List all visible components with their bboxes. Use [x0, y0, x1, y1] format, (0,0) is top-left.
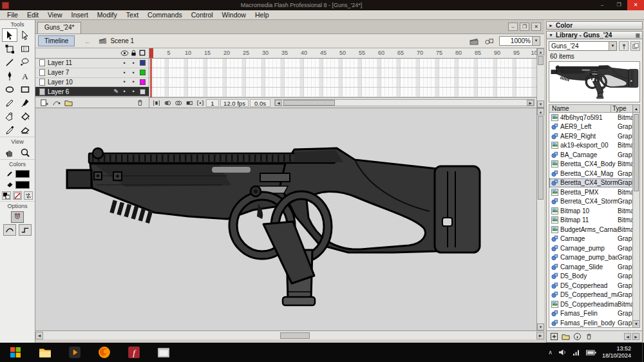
scroll-left-icon[interactable]: ◀ — [275, 100, 282, 106]
ink-bottle-tool-icon[interactable] — [2, 110, 17, 123]
layer-lock-dot[interactable]: • — [129, 70, 138, 76]
pen-tool-icon[interactable] — [2, 69, 17, 82]
scroll-right-icon[interactable]: ▶ — [527, 100, 534, 106]
close-button[interactable]: ✕ — [627, 0, 644, 10]
battery-icon[interactable] — [586, 349, 596, 356]
no-color-button[interactable] — [13, 191, 22, 200]
stage-horizontal-scrollbar[interactable]: ◀ ▶ — [35, 330, 544, 339]
add-folder-icon[interactable] — [64, 98, 73, 107]
menu-insert[interactable]: Insert — [67, 11, 93, 19]
lasso-tool-icon[interactable] — [17, 55, 33, 69]
stage-scroll-right-icon[interactable]: ▶ — [536, 332, 544, 339]
library-item-Carnage_Slide[interactable]: Carnage_SlideGraphic — [549, 262, 639, 272]
firefox-icon[interactable] — [97, 345, 112, 360]
zoom-combo[interactable]: 1000% ▼ — [499, 36, 540, 46]
new-symbol-icon[interactable] — [549, 332, 559, 341]
doc-close-button[interactable]: ✕ — [531, 23, 541, 31]
library-item-Bitmap 10[interactable]: Bitmap 10Bitmap — [549, 206, 639, 216]
library-item-D5_Copperheadimage[interactable]: D5_CopperheadimageBitmap — [549, 300, 639, 309]
add-motion-guide-icon[interactable] — [52, 98, 61, 107]
edit-symbols-icon[interactable] — [484, 36, 495, 46]
document-tab[interactable]: Guns_'24* — [37, 22, 81, 33]
back-arrow-icon[interactable]: ← — [84, 37, 91, 45]
twisty-expanded-icon[interactable]: ▼ — [549, 33, 553, 37]
edit-multiple-frames-icon[interactable] — [184, 99, 194, 108]
frame-rate-indicator[interactable]: 12.0 fps — [220, 99, 249, 107]
layer-row-layer-10[interactable]: Layer 10 • • — [35, 78, 149, 88]
delete-layer-trash-icon[interactable] — [135, 98, 145, 107]
menu-window[interactable]: Window — [218, 11, 251, 19]
library-scroll-up-icon[interactable]: ▲ — [632, 105, 639, 112]
lock-icon[interactable] — [129, 50, 138, 57]
stage-hscroll-thumb[interactable] — [280, 332, 310, 339]
stroke-color-swatch[interactable] — [15, 170, 30, 178]
layer-outline-color-swatch[interactable] — [140, 70, 146, 75]
timeline-vertical-scrollbar[interactable]: ▲ ▼ — [536, 48, 544, 108]
doc-minimize-button[interactable]: – — [508, 23, 518, 31]
straighten-option-icon[interactable] — [19, 224, 32, 236]
rectangle-tool-icon[interactable] — [17, 82, 33, 96]
layer-visibility-dot[interactable]: • — [120, 88, 129, 95]
library-item-AER9_Right[interactable]: AER9_RightGraphic — [549, 131, 639, 141]
default-colors-button[interactable] — [2, 191, 11, 200]
snap-to-objects-magnet-icon[interactable] — [11, 211, 24, 223]
menu-file[interactable]: File — [3, 11, 23, 19]
smooth-option-icon[interactable] — [3, 224, 16, 236]
zoom-dropdown-icon[interactable]: ▼ — [532, 37, 540, 45]
menu-modify[interactable]: Modify — [93, 11, 122, 19]
library-item-D5_Copperhead[interactable]: D5_CopperheadGraphic — [549, 281, 639, 291]
library-item-Carnage_pump[interactable]: Carnage_pumpGraphic — [549, 243, 639, 253]
library-scroll-down-icon[interactable]: ▼ — [633, 320, 639, 327]
library-document-select[interactable]: Guns_'24 ▼ — [549, 41, 617, 51]
item-properties-icon[interactable] — [573, 332, 582, 341]
library-scroll-left-icon[interactable]: ◀ — [624, 333, 631, 340]
library-vscroll-thumb[interactable] — [634, 114, 639, 191]
name-column-header[interactable]: Name — [549, 105, 611, 112]
menu-view[interactable]: View — [43, 11, 67, 19]
brush-tool-icon[interactable] — [17, 96, 33, 110]
library-item-Beretta_CX4_Body[interactable]: Beretta_CX4_BodyBitmap — [549, 160, 639, 169]
type-column-header[interactable]: Type — [611, 105, 632, 112]
delete-item-trash-icon[interactable] — [584, 332, 594, 341]
timeline-vscroll-thumb[interactable] — [538, 56, 544, 65]
onion-skin-outlines-icon[interactable] — [173, 99, 183, 108]
library-item-AER9_Left[interactable]: AER9_LeftGraphic — [549, 122, 639, 132]
layer-outline-color-swatch[interactable] — [140, 89, 146, 95]
subselection-tool-icon[interactable] — [17, 28, 33, 42]
add-layer-icon[interactable] — [39, 98, 49, 107]
layer-lock-dot[interactable]: • — [129, 88, 138, 95]
network-icon[interactable] — [573, 348, 580, 356]
menu-control[interactable]: Control — [187, 11, 218, 19]
volume-icon[interactable] — [558, 348, 567, 356]
layer-lock-dot[interactable]: • — [129, 60, 138, 66]
new-library-window-icon[interactable] — [630, 41, 640, 51]
file-explorer-icon[interactable] — [37, 345, 53, 360]
library-item-Bitmap 11[interactable]: Bitmap 11Bitmap — [549, 216, 639, 225]
generic-app-window-icon[interactable] — [156, 345, 171, 360]
menu-edit[interactable]: Edit — [23, 11, 43, 19]
frame-ruler[interactable]: 5101520253035404550556065707580859095100… — [149, 48, 536, 59]
library-item-Famas_Felin[interactable]: Famas_FelinGraphic — [549, 309, 639, 319]
stage-vscroll-thumb[interactable] — [538, 116, 544, 200]
library-scroll-right-icon[interactable]: ▶ — [632, 333, 639, 340]
doc-restore-button[interactable]: ❐ — [520, 23, 529, 31]
library-item-Beretta_PMX[interactable]: Beretta_PMXBitmap — [549, 187, 639, 197]
frame-grid[interactable] — [149, 59, 536, 97]
outline-view-icon[interactable] — [138, 50, 147, 56]
menu-help[interactable]: Help — [251, 11, 274, 19]
fill-color-control[interactable] — [0, 179, 35, 190]
timeline-toggle-button[interactable]: Timeline — [38, 35, 75, 46]
layer-row-layer-11[interactable]: Layer 11 • • — [35, 59, 149, 68]
layer-outline-color-swatch[interactable] — [140, 79, 146, 85]
library-item-BudgetArms_Carnage[interactable]: BudgetArms_CarnageBitmap — [549, 225, 639, 234]
library-item-4fb6hyq7o5l91[interactable]: 4fb6hyq7o5l91Bitmap — [549, 113, 639, 122]
start-button-windows-icon[interactable] — [8, 345, 23, 360]
gradient-transform-tool-icon[interactable] — [17, 42, 33, 55]
scroll-up-icon[interactable]: ▲ — [537, 48, 544, 55]
select-dropdown-icon[interactable]: ▼ — [609, 42, 616, 50]
oval-tool-icon[interactable] — [2, 82, 17, 96]
media-player-icon[interactable] — [67, 345, 82, 360]
menu-text[interactable]: Text — [122, 11, 143, 19]
stage-scroll-down-icon[interactable]: ▼ — [537, 323, 544, 330]
stroke-color-control[interactable] — [0, 168, 35, 179]
